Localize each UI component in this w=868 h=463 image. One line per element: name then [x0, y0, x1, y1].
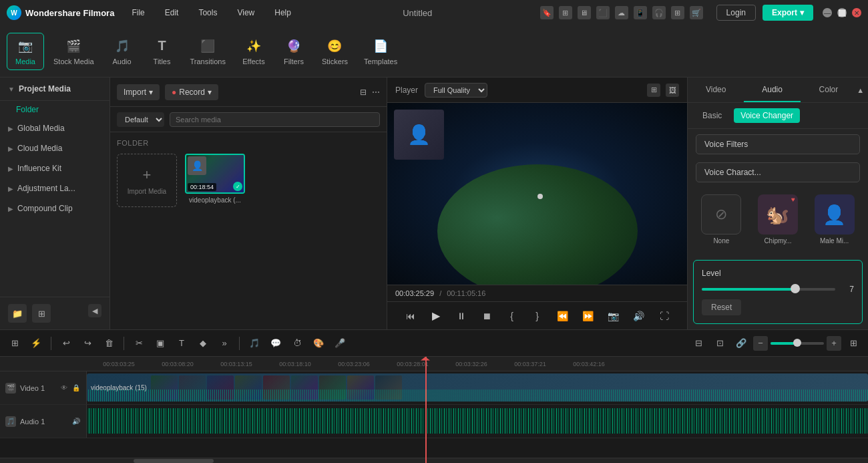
- prev-frame-button[interactable]: ⏪: [554, 307, 572, 325]
- menu-help[interactable]: Help: [270, 5, 295, 20]
- login-button[interactable]: Login: [716, 5, 756, 21]
- add-group-button[interactable]: ⊞: [32, 304, 51, 323]
- close-button[interactable]: ✕: [852, 8, 861, 17]
- sidebar-item-cloud-media[interactable]: ▶ Cloud Media: [0, 138, 110, 158]
- record-button[interactable]: ● Record ▾: [165, 84, 218, 100]
- out-point-button[interactable]: }: [528, 307, 547, 325]
- maximize-button[interactable]: ⬜: [837, 8, 847, 17]
- menu-edit[interactable]: Edit: [161, 5, 183, 20]
- text-button[interactable]: T: [172, 334, 191, 353]
- zoom-in-button[interactable]: +: [827, 336, 841, 351]
- search-input[interactable]: [170, 112, 380, 127]
- icon-phone[interactable]: 📱: [634, 6, 647, 19]
- mute-icon[interactable]: 🔊: [71, 417, 81, 426]
- filter-icon[interactable]: ⊟: [360, 88, 367, 97]
- voice-male-mi[interactable]: 👤 Male Mi...: [809, 190, 860, 249]
- tool-media[interactable]: 📷 Media: [7, 33, 44, 70]
- tool-filters[interactable]: 🔮 Filters: [275, 33, 312, 69]
- pause-button[interactable]: ⏸: [452, 307, 471, 325]
- marker-button[interactable]: ◆: [194, 334, 212, 353]
- menu-view[interactable]: View: [233, 5, 258, 20]
- icon-monitor[interactable]: 🖥: [578, 6, 591, 19]
- sidebar-item-influence-kit[interactable]: ▶ Influence Kit: [0, 158, 110, 178]
- sidebar-item-compound-clip[interactable]: ▶ Compound Clip: [0, 198, 110, 218]
- subtitle-button[interactable]: 💬: [266, 334, 285, 353]
- audio-track-body[interactable]: [87, 405, 868, 438]
- minimize-button[interactable]: —: [823, 8, 832, 17]
- lock-icon[interactable]: 🔒: [71, 383, 81, 393]
- stop-button[interactable]: ⏹: [477, 307, 496, 325]
- speed-button[interactable]: ⏱: [288, 334, 306, 353]
- photo-view-icon[interactable]: 🖼: [666, 84, 679, 97]
- tool-templates[interactable]: 📄 Templates: [357, 33, 404, 69]
- mic-button[interactable]: 🎤: [331, 334, 349, 353]
- grid-view-timeline[interactable]: ⊞: [844, 334, 863, 353]
- skip-back-button[interactable]: ⏮: [401, 307, 420, 325]
- quality-select[interactable]: Full Quality: [425, 83, 487, 98]
- voice-none[interactable]: ⊘ None: [696, 190, 747, 249]
- ripple-button[interactable]: ⚡: [27, 334, 45, 353]
- redo-button[interactable]: ↪: [78, 334, 97, 353]
- icon-cart[interactable]: 🛒: [690, 6, 703, 19]
- video-track-body[interactable]: videoplayback (15): [87, 371, 868, 404]
- media-thumbnail[interactable]: 👤 00:18:54 ✓ videoplayback (...: [185, 154, 245, 207]
- import-media-box[interactable]: + Import Media: [117, 154, 177, 207]
- reset-button[interactable]: Reset: [702, 299, 741, 315]
- voice-hacker[interactable]: 💻 Hacker: [809, 254, 860, 255]
- more-button[interactable]: »: [215, 334, 234, 353]
- icon-cloud[interactable]: ☁: [615, 6, 628, 19]
- collapse-panel-button[interactable]: ◀: [88, 304, 101, 317]
- import-button[interactable]: Import ▾: [117, 84, 160, 100]
- fullscreen-button[interactable]: ⛶: [655, 307, 674, 325]
- tool-effects[interactable]: ✨ Effects: [235, 33, 272, 69]
- tab-color[interactable]: Color: [801, 78, 857, 102]
- in-point-button[interactable]: {: [503, 307, 521, 325]
- add-folder-button[interactable]: 📁: [8, 304, 27, 323]
- more-options-icon[interactable]: ⋯: [372, 88, 380, 97]
- tab-audio[interactable]: Audio: [744, 78, 800, 102]
- horizontal-scrollbar[interactable]: [0, 458, 868, 463]
- icon-grid[interactable]: ⊞: [559, 6, 572, 19]
- sub-tab-voice-changer[interactable]: Voice Changer: [734, 108, 800, 123]
- link-button[interactable]: 🔗: [732, 334, 750, 353]
- voice-tradition[interactable]: 👘 Traditio...: [752, 254, 804, 255]
- icon-layout[interactable]: ⬛: [596, 6, 610, 19]
- video-clip[interactable]: videoplayback (15): [87, 373, 868, 402]
- sidebar-item-global-media[interactable]: ▶ Global Media: [0, 118, 110, 138]
- grid-view-icon[interactable]: ⊞: [647, 84, 660, 97]
- crop-button[interactable]: ▣: [151, 334, 170, 353]
- zoom-slider[interactable]: [771, 342, 824, 345]
- trim-button[interactable]: ⊡: [710, 334, 729, 353]
- sidebar-item-folder[interactable]: Folder: [0, 101, 110, 118]
- eye-icon[interactable]: 👁: [59, 383, 69, 393]
- voice-ai-robot[interactable]: 🤖 AI Robot: [696, 254, 747, 255]
- color-button[interactable]: 🎨: [309, 334, 328, 353]
- voice-filters-button[interactable]: Voice Filters: [696, 134, 860, 154]
- split-button[interactable]: ⊟: [689, 334, 708, 353]
- delete-button[interactable]: 🗑: [99, 334, 118, 353]
- zoom-out-button[interactable]: −: [753, 336, 768, 351]
- volume-button[interactable]: 🔊: [630, 307, 648, 325]
- menu-file[interactable]: File: [128, 5, 148, 20]
- level-slider[interactable]: [702, 288, 835, 291]
- icon-grid2[interactable]: ⊞: [671, 6, 684, 19]
- export-button[interactable]: Export ▾: [763, 5, 813, 21]
- default-select[interactable]: Default: [117, 112, 164, 127]
- next-frame-button[interactable]: ⏩: [579, 307, 598, 325]
- snap-button[interactable]: ⊞: [5, 334, 24, 353]
- tool-audio[interactable]: 🎵 Audio: [103, 33, 141, 69]
- collapse-icon[interactable]: ▲: [857, 78, 868, 102]
- tool-transitions[interactable]: ⬛ Transitions: [184, 33, 232, 69]
- cut-button[interactable]: ✂: [130, 334, 148, 353]
- icon-headset[interactable]: 🎧: [652, 6, 666, 19]
- undo-button[interactable]: ↩: [57, 334, 75, 353]
- sub-tab-basic[interactable]: Basic: [696, 108, 728, 123]
- voice-character-button[interactable]: Voice Charact...: [696, 162, 860, 182]
- tab-video[interactable]: Video: [688, 78, 744, 102]
- voice-chipmunk[interactable]: 🐿️ ♥ Chipmу...: [752, 190, 804, 249]
- icon-bookmark[interactable]: 🔖: [540, 6, 554, 19]
- play-button[interactable]: ▶: [427, 307, 445, 325]
- tool-stickers[interactable]: 😊 Stickers: [315, 33, 355, 69]
- scrollbar-thumb[interactable]: [134, 459, 214, 463]
- tool-titles[interactable]: T Titles: [144, 33, 181, 69]
